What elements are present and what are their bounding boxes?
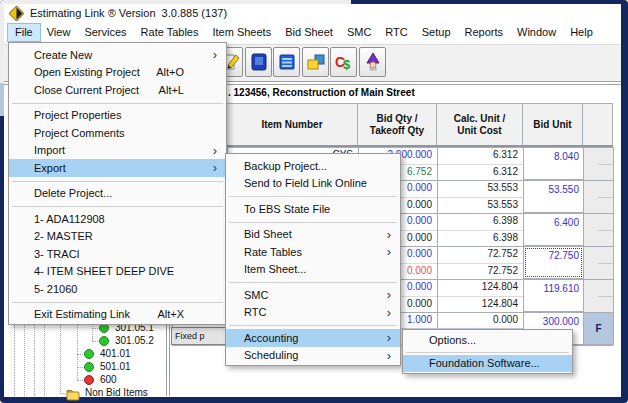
bid-unit-cell[interactable]: 6.400: [523, 213, 584, 246]
unit-cost-cell[interactable]: 6.312: [437, 147, 522, 164]
menu-item-delete-project[interactable]: Delete Project...: [9, 185, 226, 203]
menu-item-1-ada112908[interactable]: 1- ADA112908: [9, 210, 226, 228]
menubar-rtc[interactable]: RTC: [378, 24, 414, 41]
unit-cost-cell[interactable]: 6.398: [437, 230, 522, 247]
grid-line: [598, 296, 613, 297]
unit-cost-cell[interactable]: 53.553: [437, 197, 522, 214]
unit-cost-cell[interactable]: 72.752: [437, 246, 522, 263]
tree-node-green-dot-icon: [84, 349, 94, 359]
menu-item-export[interactable]: Export›: [9, 159, 226, 177]
menubar-item-sheets[interactable]: Item Sheets: [205, 24, 278, 41]
unit-cost-cell[interactable]: 124.804: [437, 296, 522, 313]
bid-unit-cell[interactable]: 72.750: [523, 246, 584, 279]
menu-item-scheduling[interactable]: Scheduling›: [226, 347, 400, 365]
menu-item-to-ebs-state-file[interactable]: To EBS State File: [226, 200, 400, 218]
tree-item-401-01[interactable]: 401.01: [100, 347, 131, 361]
header-line: Bid Qty /: [376, 113, 417, 125]
file-menu: Create New›Open Existing ProjectAlt+OClo…: [8, 42, 227, 325]
menu-item-label: Delete Project...: [34, 187, 112, 199]
menu-separator: [9, 298, 226, 306]
menu-item-bid-sheet[interactable]: Bid Sheet›: [226, 226, 400, 244]
menu-item-project-comments[interactable]: Project Comments: [9, 124, 226, 142]
menubar-view[interactable]: View: [40, 24, 78, 41]
header-line: Calc. Unit /: [454, 113, 506, 125]
panel-splitter[interactable]: [166, 322, 170, 396]
menubar-reports[interactable]: Reports: [458, 24, 511, 41]
tree-item-301-05-2[interactable]: 301.05.2: [115, 334, 154, 348]
wizard-icon[interactable]: [359, 47, 386, 77]
tree-node-green-dot-icon: [84, 362, 94, 372]
menu-separator: [226, 192, 400, 200]
menu-item-backup-project[interactable]: Backup Project...: [226, 157, 400, 175]
menu-item-label: Send to Field Link Online: [244, 177, 367, 189]
selected-cell-marquee: [525, 248, 582, 277]
menu-item-smc[interactable]: SMC›: [226, 286, 400, 304]
menu-item-close-current-project[interactable]: Close Current ProjectAlt+L: [9, 81, 226, 99]
menubar-file[interactable]: File: [8, 24, 40, 41]
menubar-services[interactable]: Services: [77, 24, 133, 41]
menubar-rate-tables[interactable]: Rate Tables: [134, 24, 206, 41]
unit-cost-cell[interactable]: 6.312: [437, 164, 522, 181]
menubar-help[interactable]: Help: [563, 24, 600, 41]
tree-guide-line: [44, 322, 45, 396]
menu-item-3-traci[interactable]: 3- TRACI: [9, 245, 226, 263]
unit-cost-cell[interactable]: 0.000: [437, 312, 522, 329]
grid-line: [598, 164, 613, 165]
menu-separator: [9, 99, 226, 107]
menu-separator: [9, 202, 226, 210]
tree-item-600[interactable]: 600: [100, 373, 117, 387]
menu-item-options[interactable]: Options...: [403, 331, 572, 349]
menu-separator: [226, 278, 400, 286]
unit-cost-cell[interactable]: 72.752: [437, 263, 522, 280]
menu-item-rtc[interactable]: RTC›: [226, 304, 400, 322]
currency-conversion-icon[interactable]: C$: [330, 47, 357, 77]
bid-unit-cell[interactable]: 119.610: [523, 279, 584, 312]
menu-item-rate-tables[interactable]: Rate Tables›: [226, 243, 400, 261]
bid-unit-cell[interactable]: 53.550: [523, 180, 584, 213]
bid-unit-cell[interactable]: 8.040: [523, 147, 584, 180]
menu-item-project-properties[interactable]: Project Properties: [9, 107, 226, 125]
menubar-smc[interactable]: SMC: [340, 24, 378, 41]
menu-item-accounting[interactable]: Accounting›: [226, 329, 400, 347]
menu-item-open-existing-project[interactable]: Open Existing ProjectAlt+O: [9, 64, 226, 82]
menu-item-import[interactable]: Import›: [9, 142, 226, 160]
grid-line: [598, 230, 613, 231]
tree-node-green-dot-icon: [99, 336, 109, 346]
tree-guide-line: [77, 322, 78, 380]
grid-line: [598, 263, 613, 264]
unit-cost-cell[interactable]: 53.553: [437, 180, 522, 197]
menu-item-2-master[interactable]: 2- MASTER: [9, 228, 226, 246]
menu-item-foundation-software[interactable]: Foundation Software...: [403, 355, 572, 373]
tree-item-non-bid-items[interactable]: Non Bid Items: [85, 386, 148, 400]
bid-unit-value: 8.040: [524, 148, 583, 164]
menu-separator: [226, 321, 400, 329]
copy-sheets-icon[interactable]: [302, 47, 329, 77]
unit-cost-cell[interactable]: 6.398: [437, 213, 522, 230]
grid-header-item-number: Item Number: [227, 103, 358, 147]
item-list-icon[interactable]: [273, 47, 300, 77]
row-label-cell[interactable]: Fixed p: [171, 327, 227, 345]
menubar-window[interactable]: Window: [510, 24, 563, 41]
flag-cell[interactable]: F: [583, 312, 614, 345]
menu-item-create-new[interactable]: Create New›: [9, 46, 226, 64]
submenu-arrow-icon: ›: [387, 288, 391, 301]
menu-item-5-21060[interactable]: 5- 21060: [9, 280, 226, 298]
tree-node-red-dot-icon: [84, 375, 94, 385]
menubar-setup[interactable]: Setup: [415, 24, 458, 41]
project-book-icon[interactable]: [245, 47, 272, 77]
menu-bar: File View Services Rate Tables Item Shee…: [8, 24, 600, 41]
export-submenu: Backup Project...Send to Field Link Onli…: [225, 153, 401, 366]
menu-item-send-to-field-link-online[interactable]: Send to Field Link Online: [226, 175, 400, 193]
submenu-arrow-icon: ›: [387, 228, 391, 241]
bid-unit-value: 6.400: [524, 214, 583, 230]
tree-item-501-01[interactable]: 501.01: [100, 360, 131, 374]
menubar-bid-sheet[interactable]: Bid Sheet: [278, 24, 340, 41]
menu-item-label: Foundation Software...: [429, 357, 540, 369]
header-line: Bid Unit: [533, 119, 571, 131]
menu-item-4-item-sheet-deep-dive[interactable]: 4- ITEM SHEET DEEP DIVE: [9, 263, 226, 281]
unit-cost-cell[interactable]: 124.804: [437, 279, 522, 296]
menu-item-label: Bid Sheet: [244, 228, 292, 240]
folder-icon: [66, 387, 80, 399]
menu-item-exit-estimating-link[interactable]: Exit Estimating LinkAlt+X: [9, 306, 226, 324]
menu-item-item-sheet[interactable]: Item Sheet...: [226, 261, 400, 279]
